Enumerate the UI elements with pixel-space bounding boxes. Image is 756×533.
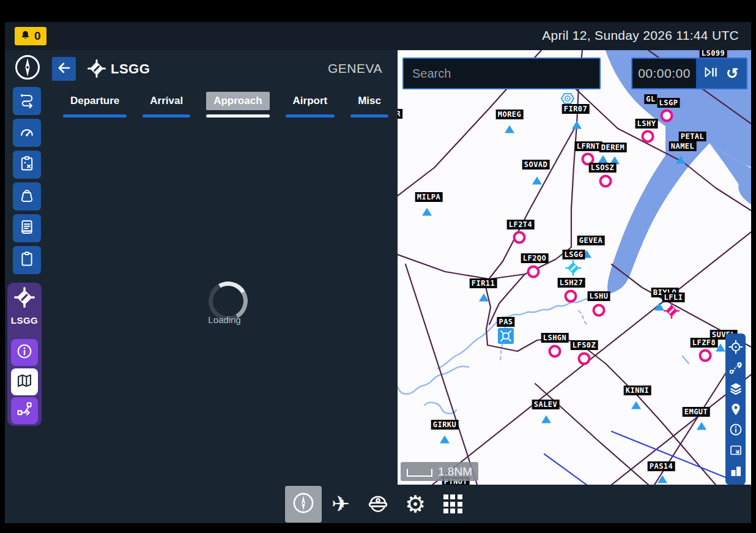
locate-crosshair-icon[interactable] bbox=[728, 340, 743, 354]
map-marker-sovad[interactable] bbox=[532, 177, 542, 185]
sidebar-clipboard-button[interactable] bbox=[13, 246, 41, 274]
map-label-lshgn[interactable]: LSHGN bbox=[541, 333, 569, 343]
tab-approach[interactable]: Approach bbox=[206, 92, 269, 117]
info-icon bbox=[16, 343, 33, 362]
map-marker-lsosz[interactable] bbox=[599, 175, 612, 188]
map-label-salev[interactable]: SALEV bbox=[532, 400, 560, 409]
airport-map-button[interactable] bbox=[11, 368, 38, 395]
map-label-lfs0z[interactable]: LFS0Z bbox=[571, 340, 598, 350]
map-marker-pas[interactable] bbox=[498, 328, 514, 344]
map-label-lfli[interactable]: LFLI bbox=[662, 293, 685, 302]
map-label-lsosz[interactable]: LSOSZ bbox=[589, 163, 617, 173]
map-info-icon[interactable] bbox=[728, 422, 743, 437]
tab-misc[interactable]: Misc bbox=[350, 92, 388, 117]
bottombar-compass-button[interactable] bbox=[285, 486, 322, 523]
map-marker-emgut[interactable] bbox=[697, 422, 706, 430]
map-label-lf2t4[interactable]: LF2T4 bbox=[507, 220, 535, 229]
map-label-r[interactable]: R bbox=[398, 109, 402, 119]
bottombar-pilot-button[interactable] bbox=[360, 486, 396, 523]
location-pin-icon[interactable] bbox=[728, 402, 743, 417]
map-label-derem[interactable]: DEREM bbox=[599, 143, 627, 152]
sidebar-gauge-button[interactable] bbox=[13, 119, 41, 147]
bell-icon bbox=[20, 30, 31, 43]
map-label-lfrnt[interactable]: LFRNT bbox=[575, 141, 602, 151]
map-label-kinni[interactable]: KINNI bbox=[624, 386, 651, 395]
map-marker-lshgn[interactable] bbox=[549, 345, 561, 358]
map-marker-lfli[interactable] bbox=[664, 303, 680, 319]
map-marker-salev[interactable] bbox=[541, 416, 551, 423]
airport-info-button[interactable] bbox=[11, 339, 38, 366]
map-marker-fir07[interactable] bbox=[572, 121, 582, 129]
charts-pages-icon[interactable] bbox=[728, 464, 743, 479]
map-marker-lf2t4[interactable] bbox=[513, 231, 526, 244]
map-marker-moreg[interactable] bbox=[505, 125, 514, 133]
map-label-lshy[interactable]: LSHY bbox=[636, 119, 658, 129]
map-label-lsh27[interactable]: LSH27 bbox=[558, 278, 585, 288]
map-label-lsgp[interactable]: LSGP bbox=[658, 98, 680, 108]
map-marker-lsgp[interactable] bbox=[661, 110, 673, 122]
map-label-pas14[interactable]: PAS14 bbox=[648, 461, 675, 471]
map-label-gevea[interactable]: GEVEA bbox=[577, 236, 605, 245]
map-label-emgut[interactable]: EMGUT bbox=[683, 407, 710, 417]
map-marker-lsgg[interactable] bbox=[565, 260, 581, 276]
bottombar-apps-button[interactable] bbox=[434, 486, 471, 523]
map-label-namel[interactable]: NAMEL bbox=[669, 141, 697, 151]
map-label-lshu[interactable]: LSHU bbox=[588, 291, 610, 301]
map-marker-lf2qo[interactable] bbox=[527, 266, 540, 278]
search-input[interactable] bbox=[404, 67, 599, 81]
timer-reset-button[interactable]: ↺ bbox=[726, 66, 738, 81]
clipboard-icon bbox=[18, 250, 35, 270]
logbook-icon bbox=[18, 218, 35, 238]
map-marker-lshu[interactable] bbox=[593, 304, 606, 317]
map-search-box[interactable] bbox=[402, 58, 601, 89]
map-label-fir07[interactable]: FIR07 bbox=[562, 104, 590, 114]
map-marker-fir11[interactable] bbox=[479, 294, 489, 302]
map-markers: LS099RFIR07MOREGGLLSGPLSHYPETALNAMELLFRN… bbox=[398, 50, 751, 485]
track-log-icon[interactable] bbox=[728, 360, 743, 375]
map-label-lf2qo[interactable]: LF2QO bbox=[521, 253, 549, 263]
sidebar-logbook-button[interactable] bbox=[13, 214, 41, 242]
layers-icon[interactable] bbox=[728, 381, 743, 396]
bottombar-settings-button[interactable]: ⚙ bbox=[397, 486, 434, 523]
scale-label: 1.8NM bbox=[438, 465, 472, 479]
map-marker-lsh27[interactable] bbox=[565, 290, 577, 303]
timer-play-pause-button[interactable] bbox=[704, 67, 719, 80]
timer-value: 00:00:00 bbox=[632, 59, 696, 88]
map-canvas[interactable]: LS099RFIR07MOREGGLLSGPLSHYPETALNAMELLFRN… bbox=[398, 50, 751, 485]
map-label-fir11[interactable]: FIR11 bbox=[470, 278, 497, 288]
screenshot-frame-icon[interactable] bbox=[728, 443, 743, 458]
map-marker-triangle[interactable] bbox=[598, 155, 608, 163]
map-marker-lfs0z[interactable] bbox=[578, 352, 591, 365]
map-label-moreg[interactable]: MOREG bbox=[496, 110, 524, 119]
map-marker-lshy[interactable] bbox=[642, 130, 654, 143]
map-label-sovad[interactable]: SOVAD bbox=[522, 160, 550, 170]
sidebar-checklist-button[interactable] bbox=[13, 151, 41, 179]
map-label-milpa[interactable]: MILPA bbox=[415, 192, 443, 202]
airport-tabs: Departure Arrival Approach Airport Misc bbox=[63, 92, 388, 117]
map-label-lfzf8[interactable]: LFZF8 bbox=[691, 338, 718, 348]
loading-text: Loading bbox=[188, 315, 261, 325]
app-compass-logo[interactable] bbox=[14, 54, 41, 81]
airport-procedures-button[interactable] bbox=[11, 397, 38, 424]
bottombar-airplane-button[interactable]: ✈ bbox=[322, 486, 359, 523]
notification-badge[interactable]: 0 bbox=[15, 27, 46, 45]
map-marker-kinni[interactable] bbox=[631, 401, 641, 409]
map-marker-girku[interactable] bbox=[440, 436, 450, 444]
map-label-gl[interactable]: GL bbox=[644, 94, 657, 104]
map-label-lsgg[interactable]: LSGG bbox=[563, 250, 585, 259]
map-label-pas[interactable]: PAS bbox=[497, 317, 514, 327]
sidebar-route-button[interactable] bbox=[13, 87, 41, 115]
map-marker-pas14[interactable] bbox=[658, 475, 667, 483]
map-marker-lfzf8[interactable] bbox=[699, 349, 712, 362]
map-marker-namel[interactable] bbox=[676, 156, 686, 164]
map-label-petal[interactable]: PETAL bbox=[679, 132, 706, 141]
map-label-girku[interactable]: GIRKU bbox=[431, 420, 459, 430]
airport-symbol-icon[interactable] bbox=[7, 287, 42, 308]
sidebar-weight-balance-button[interactable] bbox=[13, 182, 41, 211]
map-marker-milpa[interactable] bbox=[422, 208, 432, 216]
tab-airport[interactable]: Airport bbox=[286, 92, 335, 117]
map-marker-biylo[interactable] bbox=[654, 303, 664, 311]
tab-arrival[interactable]: Arrival bbox=[143, 92, 190, 117]
bottom-app-bar: ✈ ⚙ bbox=[5, 485, 751, 523]
tab-departure[interactable]: Departure bbox=[63, 92, 127, 117]
